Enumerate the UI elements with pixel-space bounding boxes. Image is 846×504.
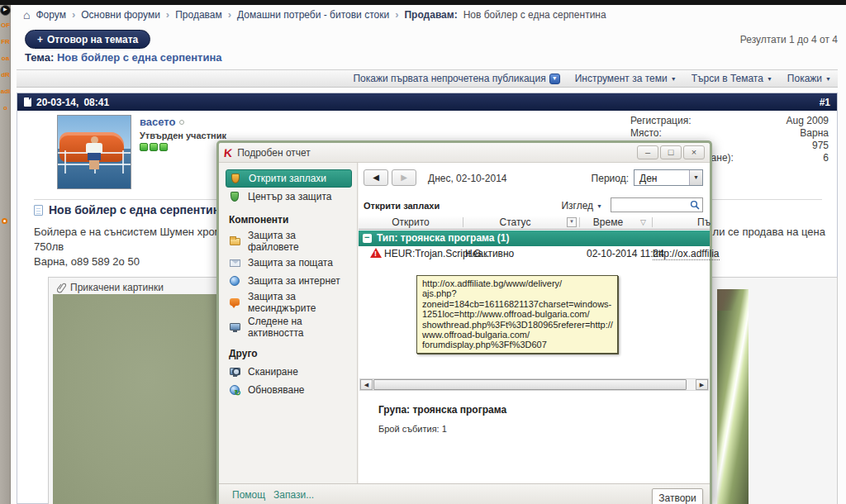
- first-unread-label: Покажи първата непрочетена публикация: [353, 73, 545, 84]
- avatar-rail-post: [122, 150, 124, 174]
- search-input[interactable]: [611, 197, 703, 212]
- filter-icon[interactable]: [567, 217, 577, 227]
- display-label: Покажи: [787, 73, 822, 84]
- attachment-thumbnail[interactable]: [717, 289, 749, 504]
- threat-row[interactable]: HEUR:Trojan.Script.G... Неактивно 02-10-…: [359, 246, 710, 261]
- sidebar-item-im-protection[interactable]: Защита за месинджърите: [226, 290, 352, 315]
- view-dropdown[interactable]: Изглед ▼: [561, 200, 602, 212]
- attachment-thumbnail[interactable]: [53, 294, 243, 504]
- minimize-icon[interactable]: –: [637, 145, 658, 159]
- sidebar-item-update[interactable]: Обновяване: [226, 381, 352, 399]
- summary-group: Група: троянска програма: [378, 404, 506, 416]
- stat-value: 975: [812, 140, 829, 152]
- breadcrumb-current-prefix: Продавам:: [404, 9, 457, 21]
- breadcrumb-forum[interactable]: Форум: [36, 9, 65, 21]
- close-icon[interactable]: ×: [683, 145, 705, 159]
- results-count: Резултати 1 до 4 от 4: [740, 34, 838, 45]
- sidebar-item-label: Защита за интернет: [248, 275, 340, 287]
- first-unread-link[interactable]: Покажи първата непрочетена публикация: [353, 73, 559, 84]
- column-header-detected[interactable]: Открито: [359, 216, 463, 228]
- scrollbar-thumb[interactable]: [373, 379, 687, 390]
- maximize-icon[interactable]: □: [660, 145, 682, 159]
- sidebar-item-mail-protection[interactable]: Защита за пощата: [226, 254, 352, 272]
- sidebar-item-label: Обновяване: [248, 384, 304, 396]
- post-title: Нов бойлер с една серпентина: [34, 203, 226, 216]
- display-menu[interactable]: Покажи ▼: [787, 73, 831, 84]
- horizontal-scrollbar[interactable]: ◀ ▶: [359, 378, 709, 391]
- offroad-radio-logo[interactable]: OFFRoadRadio: [0, 17, 11, 116]
- report-dialog: K Подробен отчет – □ × Открити заплахи Ц…: [216, 140, 712, 504]
- post-header: 20-03-14, 08:41 #1: [17, 93, 837, 111]
- stat-row: Регистрация: Aug 2009: [630, 115, 829, 127]
- threat-group-row[interactable]: Тип: троянска програма (1): [359, 231, 710, 246]
- table-header: Открито Статус Време ▽ Пъ: [359, 216, 710, 230]
- stat-value: Aug 2009: [787, 115, 829, 127]
- reply-button[interactable]: + Отговор на темата: [25, 30, 150, 49]
- column-header-time[interactable]: Време: [580, 216, 636, 228]
- post-body-line1: Бойлера е на сънсистем Шумен хромнике: [34, 226, 245, 238]
- sort-descending-icon[interactable]: ▽: [640, 218, 646, 226]
- column-header-status[interactable]: Статус: [463, 216, 567, 228]
- post-title-text: Нов бойлер с една серпентина: [49, 203, 226, 216]
- sidebar-item-web-protection[interactable]: Защита за интернет: [226, 272, 352, 290]
- avatar[interactable]: [57, 115, 131, 189]
- thread-label: Тема:: [25, 51, 54, 64]
- sidebar-item-label: Защита за месинджърите: [248, 291, 347, 314]
- avatar-rail-post: [64, 150, 66, 174]
- sidebar-item-label: Сканиране: [248, 366, 298, 378]
- next-day-button[interactable]: ▶: [392, 169, 416, 186]
- thread-tools-menu[interactable]: Инструмент за теми ▼: [575, 73, 677, 84]
- sidebar-item-scan[interactable]: Сканиране: [226, 363, 352, 381]
- post-number-link[interactable]: #1: [820, 97, 830, 108]
- post-body-line1-right: ли се продава на цена: [713, 226, 825, 238]
- reputation-dot-icon: [140, 143, 148, 151]
- radio-side-strip: OFFRoadRadio: [0, 5, 11, 504]
- sidebar-item-label: Защита за пощата: [248, 257, 333, 269]
- mail-icon: [229, 257, 241, 269]
- help-link[interactable]: Помощ: [232, 489, 265, 501]
- collapse-minus-icon[interactable]: [363, 234, 372, 243]
- update-icon: [229, 384, 241, 396]
- sidebar-item-protection-center[interactable]: Център за защита: [226, 188, 352, 206]
- close-dialog-button[interactable]: Затвори: [652, 488, 703, 504]
- sidebar-item-label: Следене на активността: [248, 316, 349, 339]
- chevron-down-icon: ▼: [671, 76, 677, 82]
- reply-button-label: Отговор на темата: [47, 34, 138, 45]
- save-link[interactable]: Запази...: [273, 489, 314, 501]
- post-doc-icon: [24, 97, 31, 107]
- home-icon[interactable]: ⌂: [23, 10, 30, 20]
- radio-play-icon[interactable]: [0, 5, 11, 16]
- reputation-dot-icon: [159, 143, 168, 151]
- sidebar-item-threats[interactable]: Открити заплахи: [226, 169, 352, 188]
- period-select[interactable]: Ден: [634, 169, 703, 186]
- post-body-price: 750лв: [34, 240, 64, 253]
- first-unread-icon: [549, 74, 560, 84]
- stat-row: Място: Варна: [630, 127, 829, 140]
- thread-tools-label: Инструмент за теми: [575, 73, 668, 84]
- url-tooltip: http://ox.adffiliate.bg/www/delivery/ aj…: [416, 275, 618, 354]
- search-thread-menu[interactable]: Търси в Темата ▼: [692, 73, 772, 84]
- breadcrumb-current-title: Нов бойлер с една серпентина: [463, 9, 606, 21]
- sidebar-item-activity-monitor[interactable]: Следене на активността: [226, 315, 352, 340]
- dialog-titlebar[interactable]: K Подробен отчет – □ ×: [219, 143, 710, 163]
- chat-icon: [229, 297, 241, 308]
- scroll-right-icon[interactable]: ▶: [696, 379, 708, 390]
- search-icon: [690, 200, 700, 210]
- sidebar-item-label: Защита за файловете: [248, 230, 349, 253]
- scroll-left-icon[interactable]: ◀: [360, 379, 373, 390]
- breadcrumb-main-forums[interactable]: Основни форуми: [81, 9, 160, 21]
- dialog-body: Открити заплахи Център за защита Компоне…: [219, 163, 710, 483]
- attachments-label: Прикачени картинки: [70, 282, 164, 293]
- sidebar-item-label: Открити заплахи: [249, 173, 326, 184]
- breadcrumb-separator-icon: ›: [72, 11, 75, 19]
- username-link[interactable]: васето: [140, 116, 184, 128]
- sidebar-item-file-protection[interactable]: Защита за файловете: [226, 229, 352, 254]
- dialog-main: ◀ ▶ Днес, 02-10-2014 Период: Ден Открити…: [359, 163, 710, 483]
- breadcrumb-sell[interactable]: Продавам: [175, 9, 222, 21]
- breadcrumb-household[interactable]: Домашни потреби - битови стоки: [237, 9, 389, 21]
- online-status-icon: [179, 120, 184, 125]
- avatar-person-legs: [89, 160, 99, 169]
- summary-events: Брой събития: 1: [378, 424, 447, 434]
- prev-day-button[interactable]: ◀: [364, 169, 388, 186]
- column-header-path[interactable]: Пъ: [697, 216, 711, 228]
